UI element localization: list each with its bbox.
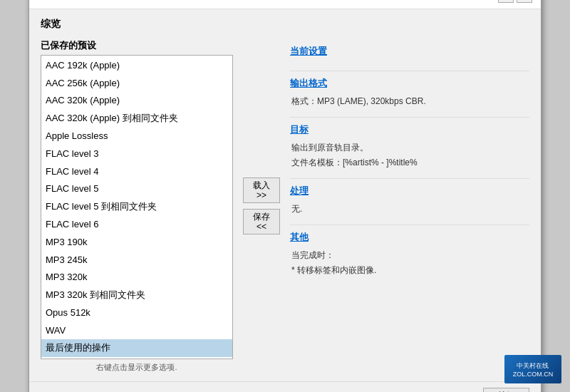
list-item[interactable]: FLAC level 4 [41,163,232,181]
dialog-body: 综览 已保存的预设 AAC 192k (Apple)AAC 256k (Appl… [29,9,541,382]
list-item[interactable]: Opus 512k [41,304,232,322]
list-item[interactable]: AAC 320k (Apple) 到相同文件夹 [41,110,232,128]
title-bar: 转换器设置 ? × [29,0,541,9]
main-content: 已保存的预设 AAC 192k (Apple)AAC 256k (Apple)A… [41,39,529,373]
list-item[interactable]: AAC 256k (Apple) [41,75,232,93]
other-title[interactable]: 其他 [290,231,529,244]
watermark: 中关村在线 ZOL.COM.CN [504,355,561,383]
load-label: 载入>> [253,180,270,201]
target-title[interactable]: 目标 [290,123,529,136]
list-item[interactable]: 最后使用的操作 [41,339,232,357]
processing-title[interactable]: 处理 [290,185,529,197]
list-item[interactable]: FLAC level 5 到相同文件夹 [41,198,232,216]
output_format-content: 格式：MP3 (LAME), 320kbps CBR. [290,94,529,108]
list-item[interactable]: MP3 320k 到相同文件夹 [41,287,232,304]
right-section-output_format: 输出格式格式：MP3 (LAME), 320kbps CBR. [290,71,529,118]
current-settings-title: 当前设置 [290,45,529,58]
load-button[interactable]: 载入>> [243,177,280,203]
save-label: 保存<< [253,212,270,232]
middle-buttons: 载入>> 保存<< [239,39,284,373]
help-button[interactable]: ? [498,0,514,3]
close-window-button[interactable]: × [517,0,532,3]
left-panel: 已保存的预设 AAC 192k (Apple)AAC 256k (Apple)A… [41,39,233,373]
right-sections: 输出格式格式：MP3 (LAME), 320kbps CBR.目标输出到原音轨目… [290,71,529,286]
dialog-title: 转换器设置 [38,0,84,1]
preset-list-container[interactable]: AAC 192k (Apple)AAC 256k (Apple)AAC 320k… [41,55,233,360]
save-button[interactable]: 保存<< [243,209,280,234]
overview-title: 综览 [41,18,529,31]
list-item[interactable]: FLAC level 5 [41,180,232,198]
other-content: 当完成时：* 转移标签和内嵌图像. [290,248,529,277]
target-content: 输出到原音轨目录。文件名模板：[%artist% - ]%title% [290,140,529,170]
output_format-title[interactable]: 输出格式 [290,77,529,90]
presets-title: 已保存的预设 [41,39,233,52]
right-section-other: 其他当完成时：* 转移标签和内嵌图像. [290,225,529,286]
list-item[interactable]: Apple Lossless [41,128,232,145]
presets-footer: 右键点击显示更多选项. [41,362,233,373]
list-item[interactable]: MP3 190k [41,234,232,252]
bottom-bar: 关闭 [29,381,541,392]
list-item[interactable]: AAC 320k (Apple) [41,92,232,110]
processing-content: 无. [290,202,529,216]
list-item[interactable]: MP3 245k [41,252,232,269]
list-item[interactable]: FLAC level 6 [41,216,232,234]
list-item[interactable]: FLAC level 3 [41,145,232,163]
preset-list: AAC 192k (Apple)AAC 256k (Apple)AAC 320k… [41,56,232,359]
right-section-target: 目标输出到原音轨目录。文件名模板：[%artist% - ]%title% [290,118,529,179]
right-section-processing: 处理无. [290,179,529,225]
list-item[interactable]: AAC 192k (Apple) [41,57,232,75]
title-bar-buttons: ? × [498,0,532,3]
list-item[interactable]: MP3 320k [41,269,232,287]
bottom-close-button[interactable]: 关闭 [483,388,529,392]
current-settings-header: 当前设置 [290,39,529,71]
right-panel: 当前设置 输出格式格式：MP3 (LAME), 320kbps CBR.目标输出… [290,39,529,373]
converter-settings-dialog: 转换器设置 ? × 综览 已保存的预设 AAC 192k (Apple)AAC … [28,0,542,392]
list-item[interactable]: WAV [41,322,232,340]
